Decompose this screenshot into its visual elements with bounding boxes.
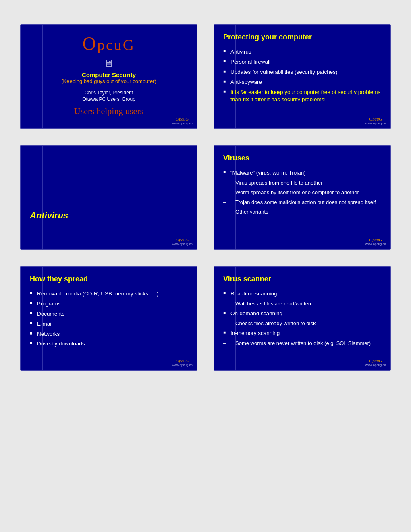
list-item: Personal firewall [223, 57, 381, 67]
slide-title: OpcuG 🖥 Computer Security (Keeping bad g… [20, 24, 197, 129]
list-item: Removable media (CD-R, USB memory sticks… [30, 289, 188, 299]
list-item: Worm spreads by itself from one computer… [223, 188, 381, 197]
slide4-title: Viruses [223, 154, 381, 162]
list-item: Networks [30, 329, 188, 339]
slide1-presenter-org: Ottawa PC Users' Group [30, 96, 188, 102]
slide5-title: How they spread [30, 275, 188, 283]
slide-virus-scanner: Virus scanner Real-time scanning Watches… [214, 266, 391, 371]
slide1-tagline: Users helping users [30, 106, 188, 116]
slide1-presenter-name: Chris Taylor, President [30, 90, 188, 96]
list-item: Some worms are never written to disk (e.… [223, 339, 381, 348]
slide-viruses: Viruses “Malware” (virus, worm, Trojan) … [214, 145, 391, 250]
computer-icon: 🖥 [30, 58, 188, 69]
slide2-bullets: Antivirus Personal firewall Updates for … [223, 47, 381, 105]
slide5-opcug-logo: OpcuG www.opcug.ca [172, 358, 193, 367]
slide1-opcug-logo: OpcuG www.opcug.ca [172, 116, 193, 125]
list-item: On-demand scanning [223, 309, 381, 319]
opcug-logo-title: OpcuG [30, 33, 188, 54]
slide1-title: Computer Security [30, 71, 188, 78]
slide2-opcug-logo: OpcuG www.opcug.ca [365, 116, 386, 125]
list-item: Virus spreads from one file to another [223, 178, 381, 188]
list-item: Updates for vulnerabilities (security pa… [223, 67, 381, 77]
slide1-subtitle: (Keeping bad guys out of your computer) [30, 78, 188, 84]
slide6-opcug-logo: OpcuG www.opcug.ca [365, 358, 386, 367]
list-item: “Malware” (virus, worm, Trojan) [223, 168, 381, 178]
list-item: Watches as files are read/written [223, 299, 381, 309]
slide-protecting: Protecting your computer Antivirus Perso… [214, 24, 391, 129]
slide3-title: Antivirus [30, 210, 68, 221]
slide5-bullets: Removable media (CD-R, USB memory sticks… [30, 289, 188, 349]
list-item: Checks files already written to disk [223, 319, 381, 328]
list-item: Other variants [223, 207, 381, 217]
slide-antivirus: Antivirus OpcuG www.opcug.ca [20, 145, 197, 250]
list-item: E-mail [30, 319, 188, 329]
list-item: Anti-spyware [223, 77, 381, 87]
slide4-bullets: “Malware” (virus, worm, Trojan) Virus sp… [223, 168, 381, 217]
slide6-title: Virus scanner [223, 275, 381, 283]
list-item: Drive-by downloads [30, 339, 188, 349]
list-item: Antivirus [223, 47, 381, 57]
list-item: Trojan does some malicious action but do… [223, 197, 381, 207]
list-item: Documents [30, 309, 188, 319]
slide2-title: Protecting your computer [223, 33, 381, 42]
slide6-bullets: Real-time scanning Watches as files are … [223, 289, 381, 348]
list-item: Real-time scanning [223, 289, 381, 299]
slides-grid: OpcuG 🖥 Computer Security (Keeping bad g… [20, 24, 391, 371]
list-item: Programs [30, 299, 188, 309]
slide4-opcug-logo: OpcuG www.opcug.ca [365, 237, 386, 246]
list-item: It is far easier to keep your computer f… [223, 87, 381, 105]
slide-how-spread: How they spread Removable media (CD-R, U… [20, 266, 197, 371]
slide3-opcug-logo: OpcuG www.opcug.ca [172, 237, 193, 246]
list-item: In-memory scanning [223, 328, 381, 339]
